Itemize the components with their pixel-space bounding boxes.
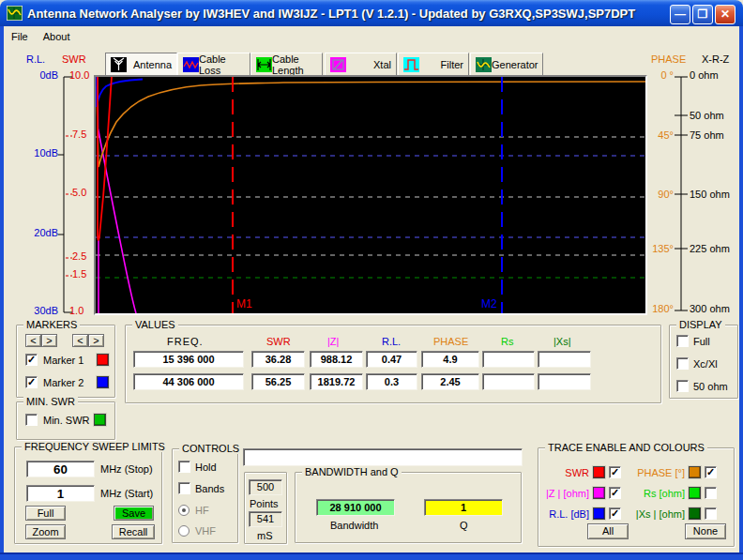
- chart-plot[interactable]: M1 M2: [94, 75, 647, 315]
- phase-value-m2: 2.45: [421, 373, 479, 390]
- vhf-radio[interactable]: [178, 525, 190, 537]
- trace-rs-label: Rs [ohm]: [638, 488, 685, 499]
- display-xcxl-label: Xc/Xl: [693, 358, 718, 370]
- min-swr-group-title: MIN. SWR: [23, 396, 78, 407]
- display-50ohm-checkbox[interactable]: [676, 380, 689, 392]
- none-button[interactable]: None: [685, 523, 726, 539]
- hold-checkbox[interactable]: [178, 461, 190, 473]
- trace-z-swatch[interactable]: [593, 487, 605, 499]
- tab-xtal[interactable]: Xtal: [325, 53, 397, 76]
- vhf-radio-label: VHF: [195, 525, 216, 537]
- start-freq-input[interactable]: [26, 485, 95, 502]
- app-window: { "window": { "title": "Antenna Network …: [0, 0, 743, 560]
- marker1-checkbox[interactable]: [25, 354, 38, 366]
- marker2-next-button[interactable]: >: [88, 334, 104, 347]
- values-header-phase: PHASE: [433, 336, 468, 347]
- marker2-color-swatch[interactable]: [97, 376, 109, 388]
- trace-z-checkbox[interactable]: [609, 487, 621, 499]
- swr-tick-1-5: 1.5: [72, 268, 86, 280]
- menu-file[interactable]: File: [4, 29, 36, 44]
- trace-rl-checkbox[interactable]: [609, 507, 621, 520]
- freq-value-m1[interactable]: 15 396 000: [133, 351, 244, 368]
- display-50ohm-label: 50 ohm: [693, 381, 728, 392]
- rl-tick-10db: 10dB: [19, 147, 58, 159]
- stop-freq-input[interactable]: [26, 461, 95, 477]
- tab-cable-loss[interactable]: Cable Loss: [177, 53, 250, 76]
- phase-tick-0: 0 °: [645, 69, 674, 81]
- tab-cable-length-label: Cable Length: [272, 53, 317, 76]
- ohm-tick-150: 150 ohm: [690, 189, 730, 200]
- bands-checkbox[interactable]: [178, 482, 190, 494]
- stop-freq-label: MHz (Stop): [100, 463, 153, 475]
- xs-value-m1: [538, 351, 591, 368]
- trace-z-label: |Z | [ohm]: [538, 488, 589, 499]
- min-swr-checkbox[interactable]: [25, 414, 38, 426]
- tab-cable-length[interactable]: Cable Length: [250, 53, 323, 76]
- values-group-title: VALUES: [132, 319, 178, 330]
- trace-xs-swatch[interactable]: [689, 507, 701, 520]
- tab-antenna[interactable]: Antenna: [105, 53, 177, 76]
- swr-tick-10: 10.0: [69, 69, 89, 81]
- marker2-label: M2: [481, 297, 497, 310]
- trace-phase-checkbox[interactable]: [705, 466, 717, 478]
- marker1-checkbox-label: Marker 1: [43, 355, 83, 366]
- markers-group-title: MARKERS: [23, 319, 80, 330]
- ohm-tick-300: 300 ohm: [690, 303, 730, 314]
- maximize-button[interactable]: ❐: [692, 5, 713, 24]
- trace-rs-checkbox[interactable]: [705, 487, 717, 499]
- tab-cable-loss-label: Cable Loss: [199, 53, 245, 76]
- display-full-checkbox[interactable]: [676, 335, 689, 347]
- min-swr-label: Min. SWR: [43, 415, 90, 426]
- marker2-prev-button[interactable]: <: [72, 334, 88, 347]
- minimize-button[interactable]: —: [670, 5, 690, 24]
- save-button[interactable]: Save: [114, 506, 154, 521]
- full-button[interactable]: Full: [25, 506, 66, 521]
- marker1-next-button[interactable]: >: [41, 334, 57, 347]
- trace-swr-checkbox[interactable]: [609, 466, 621, 478]
- trace-rs-swatch[interactable]: [689, 487, 701, 499]
- points-label: Points: [250, 498, 279, 509]
- tab-generator[interactable]: Generator: [470, 53, 543, 76]
- trace-swr-swatch[interactable]: [593, 466, 605, 478]
- sweep-group-title: FREQUENCY SWEEP LIMITS: [22, 441, 168, 452]
- menu-about[interactable]: About: [36, 29, 78, 44]
- app-icon: [7, 6, 23, 21]
- trace-phase-swatch[interactable]: [689, 466, 701, 478]
- trace-rl-swatch[interactable]: [593, 507, 605, 520]
- swr-trace: [98, 77, 112, 240]
- hf-radio[interactable]: [178, 505, 190, 516]
- ohm-tick-0: 0 ohm: [690, 69, 719, 81]
- antenna-icon: [111, 57, 127, 72]
- chart-canvas: M1 M2: [96, 77, 645, 313]
- rl-tick-30db: 30dB: [19, 305, 58, 316]
- close-button[interactable]: ✕: [715, 5, 735, 24]
- z-value-m2: 1819.72: [310, 373, 363, 390]
- phase-tick-90: 90°: [645, 189, 674, 200]
- trace-phase-label: PHASE [°]: [630, 467, 685, 478]
- title-bar: Antenna Network Analyser by IW3HEV and I…: [0, 0, 743, 26]
- rl-axis-title: R.L.: [26, 53, 45, 65]
- marker1-color-swatch[interactable]: [97, 354, 109, 366]
- freq-value-m2[interactable]: 44 306 000: [133, 373, 244, 390]
- trace-xs-label: |Xs | [ohm]: [625, 508, 685, 520]
- command-input[interactable]: [243, 448, 523, 466]
- rl-value-m2: 0.3: [366, 373, 417, 390]
- recall-button[interactable]: Recall: [112, 524, 155, 539]
- all-button[interactable]: All: [587, 523, 629, 539]
- values-header-rl: R.L.: [382, 336, 401, 347]
- phase-value-m1: 4.9: [421, 351, 479, 368]
- zoom-button[interactable]: Zoom: [25, 524, 66, 539]
- marker1-prev-button[interactable]: <: [25, 334, 41, 347]
- tab-filter[interactable]: Filter: [398, 53, 469, 76]
- ohm-tick-225: 225 ohm: [690, 243, 730, 254]
- phase-axis-title: PHASE: [651, 53, 686, 65]
- marker1-label: M1: [236, 297, 252, 310]
- rl-trace: [97, 77, 143, 107]
- trace-xs-checkbox[interactable]: [705, 507, 717, 520]
- values-header-rs: Rs: [501, 336, 513, 347]
- swr-tick-7-5: 7.5: [72, 129, 86, 140]
- rl-value-m1: 0.47: [366, 351, 417, 368]
- display-xcxl-checkbox[interactable]: [676, 357, 689, 370]
- min-swr-color-swatch[interactable]: [94, 414, 106, 426]
- marker2-checkbox[interactable]: [25, 376, 38, 388]
